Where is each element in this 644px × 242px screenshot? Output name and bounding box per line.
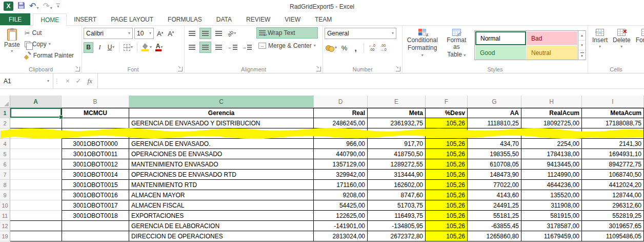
cell-f10[interactable]: 105,26 bbox=[426, 200, 468, 211]
column-header-i[interactable]: I bbox=[582, 96, 644, 108]
cell-c2[interactable]: GERENCIA DE ENVASADO Y DISTRIBUCION bbox=[129, 118, 314, 128]
cell-i4[interactable]: 2141,30 bbox=[582, 139, 644, 149]
cell-b2[interactable] bbox=[62, 118, 129, 128]
cell-c11[interactable]: EXPORTACIONES bbox=[129, 211, 314, 221]
cell-e11[interactable]: 116493,75 bbox=[368, 211, 426, 221]
cell-d5[interactable]: 440790,00 bbox=[314, 149, 368, 159]
cell-h1[interactable]: RealAcum bbox=[521, 108, 582, 118]
formula-input[interactable] bbox=[98, 73, 644, 88]
cell-i6[interactable]: 8942772,75 bbox=[582, 159, 644, 170]
cell-a7[interactable] bbox=[10, 170, 62, 180]
cell-b5[interactable]: 3001OBOT0011 bbox=[62, 149, 129, 159]
cell-f5[interactable]: 105,26 bbox=[426, 149, 468, 159]
cell-d7[interactable]: 329942,00 bbox=[314, 170, 368, 180]
cell-c4[interactable]: GERENCIA DE ENVASADO. bbox=[129, 139, 314, 149]
cell-h19[interactable]: 11679459,00 bbox=[521, 231, 582, 241]
cell-e7[interactable]: 313444,90 bbox=[368, 170, 426, 180]
cell-g7[interactable]: 148473,90 bbox=[468, 170, 521, 180]
decrease-indent-button[interactable]: ← bbox=[226, 42, 239, 53]
column-header-c[interactable]: C bbox=[129, 96, 314, 108]
cell-c8[interactable]: MANTENIMIENTO RTD bbox=[129, 180, 314, 190]
number-format-select[interactable]: General ▾ bbox=[325, 28, 396, 39]
tab-view[interactable]: VIEW bbox=[277, 13, 308, 25]
format-painter-button[interactable]: Format Painter bbox=[23, 50, 76, 61]
row-header-9[interactable]: 9 bbox=[0, 190, 10, 200]
cell-g10[interactable]: 24491,25 bbox=[468, 200, 521, 211]
enter-icon[interactable]: ✓ bbox=[76, 77, 82, 85]
row-header-1[interactable]: 1 bbox=[0, 108, 10, 118]
cell-e8[interactable]: 162602,00 bbox=[368, 180, 426, 190]
top-align-button[interactable] bbox=[186, 28, 198, 39]
cell-i10[interactable]: 296312,60 bbox=[582, 200, 644, 211]
cell-c7[interactable]: OPERACIONES DE ENVASADO RTD bbox=[129, 170, 314, 180]
cell-f1[interactable]: %Desv bbox=[426, 108, 468, 118]
cell-f3[interactable] bbox=[426, 128, 468, 139]
cell-h9[interactable]: 135520,00 bbox=[521, 190, 582, 200]
column-header-f[interactable]: F bbox=[426, 96, 468, 108]
cell-g6[interactable]: 610708,05 bbox=[468, 159, 521, 170]
column-header-d[interactable]: D bbox=[314, 96, 368, 108]
cell-f19[interactable]: 105,26 bbox=[426, 231, 468, 241]
cell-h10[interactable]: 311908,00 bbox=[521, 200, 582, 211]
cell-b6[interactable]: 3001OBOT0012 bbox=[62, 159, 129, 170]
cell-g2[interactable]: 1118810,25 bbox=[468, 118, 521, 128]
tab-home[interactable]: HOME bbox=[33, 13, 67, 26]
cancel-icon[interactable]: × bbox=[66, 77, 70, 85]
cell-h4[interactable]: 2254,00 bbox=[521, 139, 582, 149]
cell-g11[interactable]: 55181,25 bbox=[468, 211, 521, 221]
cell-b4[interactable]: 3001OBOT0000 bbox=[62, 139, 129, 149]
select-all-corner[interactable] bbox=[0, 96, 10, 108]
cell-c3[interactable] bbox=[129, 128, 314, 139]
cell-f8[interactable]: 105,26 bbox=[426, 180, 468, 190]
format-as-table-button[interactable]: Format as Table ▾ bbox=[441, 27, 472, 64]
cell-i3[interactable] bbox=[582, 128, 644, 139]
delete-cells-button[interactable]: Delete ▾ bbox=[610, 27, 633, 64]
decrease-decimal-button[interactable]: .00→.0 bbox=[378, 42, 388, 53]
insert-function-icon[interactable]: fx bbox=[88, 77, 92, 85]
column-header-h[interactable]: H bbox=[521, 96, 582, 108]
clipboard-dialog-launcher-icon[interactable] bbox=[75, 67, 80, 71]
column-header-a[interactable]: A bbox=[10, 96, 62, 108]
cell-a2[interactable] bbox=[10, 118, 62, 128]
cell-e3[interactable] bbox=[368, 128, 426, 139]
cell-c6[interactable]: MANTENIMIENTO ENVASADO bbox=[129, 159, 314, 170]
cell-a9[interactable] bbox=[10, 190, 62, 200]
cell-h5[interactable]: 1784138,00 bbox=[521, 149, 582, 159]
tab-review[interactable]: REVIEW bbox=[239, 13, 277, 25]
cell-i8[interactable]: 4412024,20 bbox=[582, 180, 644, 190]
bottom-align-button[interactable] bbox=[213, 28, 225, 39]
fill-color-button[interactable]: ▾ bbox=[140, 42, 153, 53]
style-bad[interactable]: Bad bbox=[527, 31, 577, 45]
cell-g9[interactable]: 4143,60 bbox=[468, 190, 521, 200]
cell-e6[interactable]: 1289272,55 bbox=[368, 159, 426, 170]
cut-button[interactable]: ✂ Cut bbox=[23, 27, 76, 39]
cell-b1[interactable]: MCMCU bbox=[62, 108, 129, 118]
cell-h6[interactable]: 9413445,00 bbox=[521, 159, 582, 170]
conditional-formatting-button[interactable]: Conditional Formatting ▾ bbox=[404, 27, 441, 64]
row-header-10[interactable]: 10 bbox=[0, 200, 10, 211]
cell-d12[interactable]: -141901,00 bbox=[314, 221, 368, 231]
shrink-font-button[interactable]: A▾ bbox=[166, 30, 175, 38]
number-dialog-launcher-icon[interactable] bbox=[396, 67, 400, 71]
cell-a4[interactable] bbox=[10, 139, 62, 149]
grow-font-button[interactable]: A▴ bbox=[155, 30, 165, 38]
merge-center-button[interactable]: ↔ Merge & Center ▾ bbox=[256, 40, 318, 51]
font-color-button[interactable]: A▾ bbox=[154, 42, 164, 53]
cell-c5[interactable]: OPERACIONES DE ENVASADO bbox=[129, 149, 314, 159]
cell-c12[interactable]: GERENCIA DE ELABORACION bbox=[129, 221, 314, 231]
row-header-19[interactable]: 19 bbox=[0, 231, 10, 241]
cell-f2[interactable]: 105,26 bbox=[426, 118, 468, 128]
cell-d2[interactable]: 2486245,00 bbox=[314, 118, 368, 128]
cell-b19[interactable] bbox=[62, 231, 129, 241]
cell-i5[interactable]: 1694931,10 bbox=[582, 149, 644, 159]
cell-c10[interactable]: ALMACEN FISCAL bbox=[129, 200, 314, 211]
cell-d6[interactable]: 1357129,00 bbox=[314, 159, 368, 170]
cell-h12[interactable]: 3178587,00 bbox=[521, 221, 582, 231]
cell-d8[interactable]: 171160,00 bbox=[314, 180, 368, 190]
row-header-3[interactable]: 3 bbox=[0, 128, 10, 139]
cell-a3[interactable] bbox=[10, 128, 62, 139]
cell-h7[interactable]: 1124990,00 bbox=[521, 170, 582, 180]
cell-a6[interactable] bbox=[10, 159, 62, 170]
cell-h8[interactable]: 4644236,00 bbox=[521, 180, 582, 190]
cell-g19[interactable]: 1265860,80 bbox=[468, 231, 521, 241]
